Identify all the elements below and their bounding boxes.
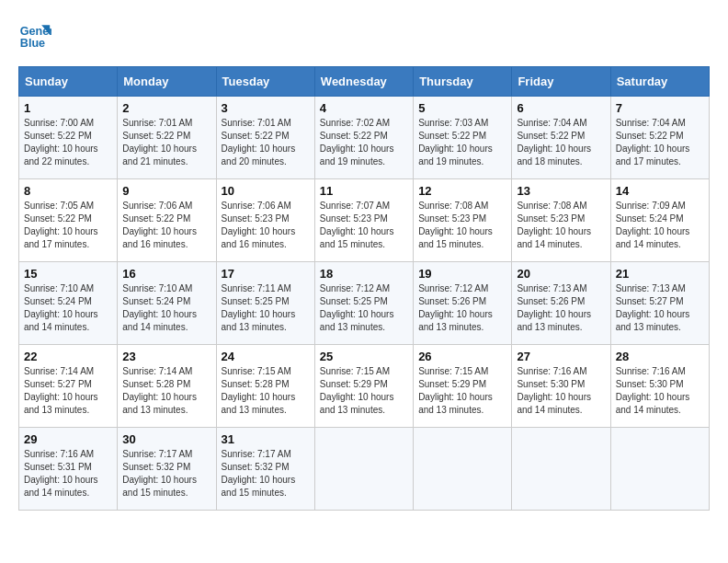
calendar-cell: 3 Sunrise: 7:01 AMSunset: 5:22 PMDayligh… [216, 97, 314, 179]
calendar-cell: 16 Sunrise: 7:10 AMSunset: 5:24 PMDaylig… [118, 262, 216, 345]
day-info: Sunrise: 7:01 AMSunset: 5:22 PMDaylight:… [122, 118, 197, 167]
day-info: Sunrise: 7:10 AMSunset: 5:24 PMDaylight:… [24, 283, 98, 332]
calendar-cell: 11 Sunrise: 7:07 AMSunset: 5:23 PMDaylig… [314, 179, 413, 262]
day-info: Sunrise: 7:00 AMSunset: 5:22 PMDaylight:… [24, 118, 98, 167]
day-number: 26 [418, 350, 506, 363]
calendar-cell [512, 428, 610, 511]
weekday-header-friday: Friday [512, 67, 610, 97]
day-number: 29 [24, 432, 112, 446]
calendar-table: SundayMondayTuesdayWednesdayThursdayFrid… [18, 66, 710, 511]
day-number: 10 [222, 184, 310, 198]
day-info: Sunrise: 7:09 AMSunset: 5:24 PMDaylight:… [616, 201, 690, 249]
calendar-week-2: 8 Sunrise: 7:05 AMSunset: 5:22 PMDayligh… [19, 179, 710, 262]
calendar-cell: 31 Sunrise: 7:17 AMSunset: 5:32 PMDaylig… [216, 428, 314, 511]
day-number: 9 [122, 184, 210, 198]
calendar-cell [610, 428, 709, 511]
weekday-header-thursday: Thursday [414, 67, 512, 97]
day-info: Sunrise: 7:05 AMSunset: 5:22 PMDaylight:… [24, 201, 98, 249]
day-info: Sunrise: 7:17 AMSunset: 5:32 PMDaylight:… [222, 449, 296, 498]
day-info: Sunrise: 7:03 AMSunset: 5:22 PMDaylight:… [418, 118, 493, 167]
calendar-cell: 1 Sunrise: 7:00 AMSunset: 5:22 PMDayligh… [19, 97, 118, 179]
weekday-header-wednesday: Wednesday [314, 67, 413, 97]
calendar-week-3: 15 Sunrise: 7:10 AMSunset: 5:24 PMDaylig… [19, 262, 710, 345]
calendar-cell: 27 Sunrise: 7:16 AMSunset: 5:30 PMDaylig… [512, 345, 610, 428]
calendar-cell [314, 428, 413, 511]
day-number: 6 [517, 101, 605, 115]
calendar-cell: 12 Sunrise: 7:08 AMSunset: 5:23 PMDaylig… [414, 179, 512, 262]
day-info: Sunrise: 7:15 AMSunset: 5:28 PMDaylight:… [222, 366, 296, 415]
day-number: 28 [616, 350, 704, 363]
day-number: 4 [320, 101, 408, 115]
day-info: Sunrise: 7:08 AMSunset: 5:23 PMDaylight:… [517, 201, 591, 249]
day-info: Sunrise: 7:04 AMSunset: 5:22 PMDaylight:… [517, 118, 591, 167]
day-info: Sunrise: 7:07 AMSunset: 5:23 PMDaylight:… [320, 201, 394, 249]
day-info: Sunrise: 7:06 AMSunset: 5:22 PMDaylight:… [122, 201, 197, 249]
calendar-week-1: 1 Sunrise: 7:00 AMSunset: 5:22 PMDayligh… [19, 97, 710, 179]
calendar-cell: 8 Sunrise: 7:05 AMSunset: 5:22 PMDayligh… [19, 179, 118, 262]
day-info: Sunrise: 7:16 AMSunset: 5:30 PMDaylight:… [616, 366, 690, 415]
calendar-cell: 23 Sunrise: 7:14 AMSunset: 5:28 PMDaylig… [118, 345, 216, 428]
day-number: 22 [24, 350, 112, 363]
logo: General Blue [18, 18, 53, 52]
calendar-cell: 22 Sunrise: 7:14 AMSunset: 5:27 PMDaylig… [19, 345, 118, 428]
calendar-cell: 18 Sunrise: 7:12 AMSunset: 5:25 PMDaylig… [314, 262, 413, 345]
day-number: 11 [320, 184, 408, 198]
day-number: 31 [222, 432, 310, 446]
calendar-cell: 6 Sunrise: 7:04 AMSunset: 5:22 PMDayligh… [512, 97, 610, 179]
day-info: Sunrise: 7:17 AMSunset: 5:32 PMDaylight:… [122, 449, 197, 498]
page-header: General Blue [18, 18, 710, 52]
day-number: 1 [24, 101, 112, 115]
calendar-cell: 4 Sunrise: 7:02 AMSunset: 5:22 PMDayligh… [314, 97, 413, 179]
day-number: 20 [517, 267, 605, 281]
day-number: 2 [122, 101, 210, 115]
calendar-cell [414, 428, 512, 511]
calendar-cell: 21 Sunrise: 7:13 AMSunset: 5:27 PMDaylig… [610, 262, 709, 345]
day-info: Sunrise: 7:16 AMSunset: 5:30 PMDaylight:… [517, 366, 591, 415]
day-number: 30 [122, 432, 210, 446]
day-number: 14 [616, 184, 704, 198]
calendar-cell: 24 Sunrise: 7:15 AMSunset: 5:28 PMDaylig… [216, 345, 314, 428]
calendar-cell: 5 Sunrise: 7:03 AMSunset: 5:22 PMDayligh… [414, 97, 512, 179]
day-number: 25 [320, 350, 408, 363]
day-number: 15 [24, 267, 112, 281]
day-number: 7 [616, 101, 704, 115]
day-info: Sunrise: 7:10 AMSunset: 5:24 PMDaylight:… [122, 283, 197, 332]
day-info: Sunrise: 7:14 AMSunset: 5:28 PMDaylight:… [122, 366, 197, 415]
calendar-week-5: 29 Sunrise: 7:16 AMSunset: 5:31 PMDaylig… [19, 428, 710, 511]
day-info: Sunrise: 7:02 AMSunset: 5:22 PMDaylight:… [320, 118, 394, 167]
svg-text:Blue: Blue [20, 37, 45, 50]
day-info: Sunrise: 7:15 AMSunset: 5:29 PMDaylight:… [320, 366, 394, 415]
day-info: Sunrise: 7:12 AMSunset: 5:26 PMDaylight:… [418, 283, 493, 332]
weekday-header-saturday: Saturday [610, 67, 709, 97]
weekday-header-tuesday: Tuesday [216, 67, 314, 97]
calendar-cell: 19 Sunrise: 7:12 AMSunset: 5:26 PMDaylig… [414, 262, 512, 345]
day-number: 3 [222, 101, 310, 115]
day-number: 19 [418, 267, 506, 281]
calendar-cell: 29 Sunrise: 7:16 AMSunset: 5:31 PMDaylig… [19, 428, 118, 511]
calendar-cell: 25 Sunrise: 7:15 AMSunset: 5:29 PMDaylig… [314, 345, 413, 428]
day-info: Sunrise: 7:11 AMSunset: 5:25 PMDaylight:… [222, 283, 296, 332]
day-info: Sunrise: 7:08 AMSunset: 5:23 PMDaylight:… [418, 201, 493, 249]
day-number: 8 [24, 184, 112, 198]
day-info: Sunrise: 7:13 AMSunset: 5:26 PMDaylight:… [517, 283, 591, 332]
calendar-cell: 7 Sunrise: 7:04 AMSunset: 5:22 PMDayligh… [610, 97, 709, 179]
day-number: 12 [418, 184, 506, 198]
calendar-cell: 10 Sunrise: 7:06 AMSunset: 5:23 PMDaylig… [216, 179, 314, 262]
calendar-week-4: 22 Sunrise: 7:14 AMSunset: 5:27 PMDaylig… [19, 345, 710, 428]
day-number: 24 [222, 350, 310, 363]
calendar-cell: 26 Sunrise: 7:15 AMSunset: 5:29 PMDaylig… [414, 345, 512, 428]
day-info: Sunrise: 7:14 AMSunset: 5:27 PMDaylight:… [24, 366, 98, 415]
day-info: Sunrise: 7:06 AMSunset: 5:23 PMDaylight:… [222, 201, 296, 249]
day-number: 16 [122, 267, 210, 281]
day-number: 13 [517, 184, 605, 198]
calendar-cell: 20 Sunrise: 7:13 AMSunset: 5:26 PMDaylig… [512, 262, 610, 345]
weekday-header-row: SundayMondayTuesdayWednesdayThursdayFrid… [19, 67, 710, 97]
calendar-cell: 17 Sunrise: 7:11 AMSunset: 5:25 PMDaylig… [216, 262, 314, 345]
day-number: 21 [616, 267, 704, 281]
day-info: Sunrise: 7:16 AMSunset: 5:31 PMDaylight:… [24, 449, 98, 498]
day-number: 23 [122, 350, 210, 363]
calendar-cell: 13 Sunrise: 7:08 AMSunset: 5:23 PMDaylig… [512, 179, 610, 262]
day-info: Sunrise: 7:15 AMSunset: 5:29 PMDaylight:… [418, 366, 493, 415]
calendar-cell: 28 Sunrise: 7:16 AMSunset: 5:30 PMDaylig… [610, 345, 709, 428]
day-number: 5 [418, 101, 506, 115]
